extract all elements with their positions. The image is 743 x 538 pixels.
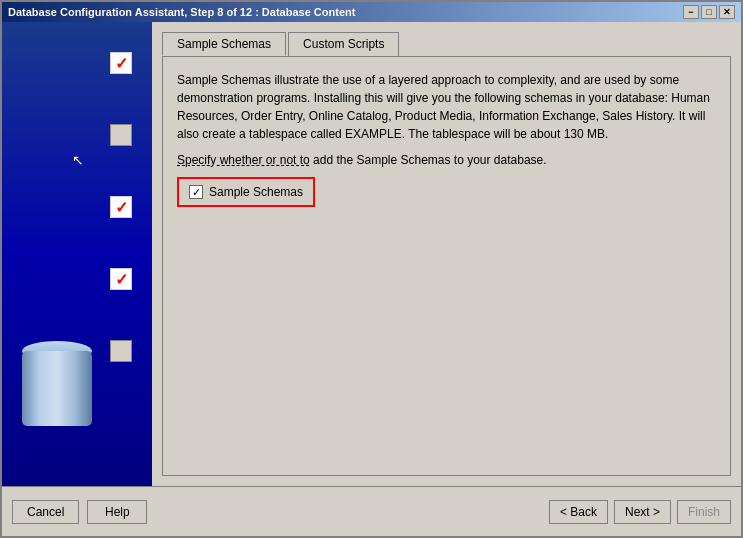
sidebar-checkboxes: [2, 32, 152, 362]
next-button[interactable]: Next >: [614, 500, 671, 524]
title-bar-buttons: − □ ✕: [683, 5, 735, 19]
maximize-button[interactable]: □: [701, 5, 717, 19]
sidebar-check-1: [110, 52, 132, 74]
back-button[interactable]: < Back: [549, 500, 608, 524]
sidebar-check-5: [110, 340, 132, 362]
main-window: Database Configuration Assistant, Step 8…: [0, 0, 743, 538]
database-icon: [22, 336, 92, 426]
bottom-left-buttons: Cancel Help: [12, 500, 147, 524]
bottom-bar: Cancel Help < Back Next > Finish: [2, 486, 741, 536]
specify-rest: add the Sample Schemas to your database.: [310, 153, 547, 167]
specify-underlined: Specify whether or not to: [177, 153, 310, 167]
tab-content: Sample Schemas illustrate the use of a l…: [162, 56, 731, 476]
finish-button[interactable]: Finish: [677, 500, 731, 524]
tabs-container: Sample Schemas Custom Scripts: [162, 32, 731, 56]
sidebar: ↖: [2, 22, 152, 486]
sample-schemas-checkbox[interactable]: [189, 185, 203, 199]
description-text: Sample Schemas illustrate the use of a l…: [177, 71, 716, 143]
sidebar-check-3: [110, 196, 132, 218]
window-title: Database Configuration Assistant, Step 8…: [8, 6, 355, 18]
close-button[interactable]: ✕: [719, 5, 735, 19]
sample-schemas-label: Sample Schemas: [209, 185, 303, 199]
sample-schemas-checkbox-box: Sample Schemas: [177, 177, 315, 207]
minimize-button[interactable]: −: [683, 5, 699, 19]
help-button[interactable]: Help: [87, 500, 147, 524]
main-content: Sample Schemas Custom Scripts Sample Sch…: [152, 22, 741, 486]
sample-schemas-checkbox-item[interactable]: Sample Schemas: [189, 185, 303, 199]
tab-sample-schemas[interactable]: Sample Schemas: [162, 32, 286, 56]
sidebar-check-4: [110, 268, 132, 290]
sidebar-check-2: [110, 124, 132, 146]
specify-line: Specify whether or not to add the Sample…: [177, 153, 716, 167]
bottom-right-buttons: < Back Next > Finish: [549, 500, 731, 524]
tab-custom-scripts[interactable]: Custom Scripts: [288, 32, 399, 56]
cancel-button[interactable]: Cancel: [12, 500, 79, 524]
window-body: ↖ Sample Schemas Custom Scripts: [2, 22, 741, 486]
title-bar: Database Configuration Assistant, Step 8…: [2, 2, 741, 22]
